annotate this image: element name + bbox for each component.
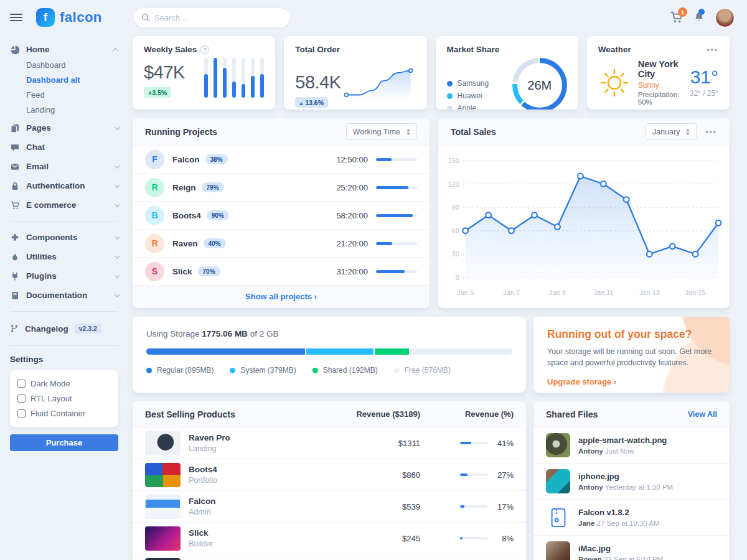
legend-dot	[230, 368, 235, 373]
search-input[interactable]	[154, 13, 279, 22]
project-avatar: B	[145, 206, 164, 225]
weather-precipitation: Precipitation: 50%	[638, 91, 682, 106]
file-thumbnail	[546, 541, 570, 560]
file-item[interactable]: iMac.jpg Rowen 23 Sep at 6:10 PM	[533, 535, 730, 560]
running-projects-card: Running Projects Working Time F Falcon 3…	[133, 118, 430, 308]
fluid-container-checkbox[interactable]	[17, 409, 26, 418]
product-row[interactable]	[133, 554, 526, 560]
project-row[interactable]: B Boots4 90% 58:20:00	[133, 202, 430, 230]
product-row[interactable]: Raven Pro Landing $1311 41%	[133, 427, 526, 459]
sidebar-home-submenu: Dashboard Dashboard alt Feed Landing	[10, 59, 118, 118]
shared-files-card: Shared Files View All apple-smart-watch.…	[533, 401, 730, 560]
ellipsis-menu-icon[interactable]: •••	[705, 128, 717, 136]
product-pct: 17%	[494, 502, 514, 511]
search-icon	[141, 13, 150, 22]
revenue-column-header: Revenue ($3189)	[345, 409, 420, 419]
rtl-layout-checkbox[interactable]	[17, 394, 26, 403]
project-row[interactable]: F Falcon 38% 12:50:00	[133, 146, 430, 174]
upgrade-storage-link[interactable]: Upgrade storage ›	[547, 377, 616, 386]
avatar[interactable]	[715, 8, 735, 27]
version-badge: v2.3.2	[75, 324, 101, 334]
hamburger-menu-icon[interactable]	[10, 14, 22, 21]
changelog-label: Changelog	[25, 324, 68, 334]
ecommerce-cart-icon	[10, 201, 20, 210]
sidebar-item-home[interactable]: Home	[10, 40, 118, 59]
sidebar-item-documentation[interactable]: Documentation	[10, 286, 118, 305]
sidebar-item-utilities[interactable]: Utilities	[10, 247, 118, 266]
sidebar-subitem-dashboard[interactable]: Dashboard	[26, 60, 118, 70]
product-thumbnail	[145, 558, 181, 560]
sidebar-item-ecommerce[interactable]: E commerce	[10, 195, 118, 215]
project-row[interactable]: S Slick 70% 31:20:00	[133, 258, 430, 286]
project-row[interactable]: R Raven 40% 21:20:00	[133, 230, 430, 258]
file-item[interactable]: apple-smart-watch.png Antony Just Now	[533, 427, 730, 463]
sidebar-item-pages[interactable]: Pages	[10, 118, 118, 138]
weekly-sales-card: Weekly Sales ? $47K +3.5%	[133, 36, 275, 110]
brand-logo[interactable]: f falcon	[36, 8, 102, 27]
storage-usage-text: Using Storage 1775.06 MB of 2 GB	[146, 329, 512, 338]
sidebar-subitem-landing[interactable]: Landing	[26, 105, 118, 114]
sidebar-item-chat[interactable]: Chat	[10, 138, 118, 157]
sidebar-subitem-feed[interactable]: Feed	[26, 90, 118, 100]
file-item[interactable]: Falcon v1.8.2 Jane 27 Sep at 10:30 AM	[533, 499, 730, 535]
product-category-link[interactable]: Portfolio	[189, 476, 217, 485]
sidebar-item-authentication[interactable]: Authentication	[10, 176, 118, 195]
product-row[interactable]: Falcon Admin $539 17%	[133, 491, 526, 523]
sidebar-item-label: Utilities	[26, 252, 108, 261]
storage-segment	[375, 348, 409, 355]
market-share-donut-chart: 26M	[512, 58, 567, 110]
storage-legend: Regular (895MB) System (379MB) Shared (1…	[146, 366, 512, 375]
total-sales-card: Total Sales January ••• 0306090120150Jan…	[438, 118, 730, 308]
components-icon	[10, 233, 20, 242]
sidebar-item-label: Email	[26, 162, 108, 171]
market-share-title: Market Share	[447, 45, 500, 54]
total-sales-title: Total Sales	[451, 127, 496, 137]
sidebar-item-label: Home	[26, 45, 108, 54]
purchase-button[interactable]: Purchase	[10, 434, 118, 451]
ellipsis-menu-icon[interactable]: •••	[707, 45, 718, 54]
sidebar-item-email[interactable]: Email	[10, 157, 118, 176]
legend-dot	[447, 93, 453, 99]
product-row[interactable]: Slick Builder $245 8%	[133, 523, 526, 554]
file-zip-icon	[546, 505, 570, 530]
show-all-projects-link[interactable]: Show all projects ›	[245, 292, 317, 301]
notification-bell-icon[interactable]	[693, 11, 705, 24]
help-icon[interactable]: ?	[200, 45, 209, 54]
total-order-card: Total Order 58.4K 13.6%	[284, 36, 426, 110]
project-progress-badge: 70%	[198, 266, 220, 276]
view-all-link[interactable]: View All	[688, 410, 717, 419]
sidebar-divider	[10, 221, 118, 222]
sidebar-item-changelog[interactable]: Changelog v2.3.2	[10, 318, 118, 339]
product-category-link[interactable]: Admin	[189, 508, 216, 516]
rtl-layout-toggle[interactable]: RTL Layout	[17, 394, 111, 403]
search-box[interactable]	[133, 7, 291, 28]
product-pct: 8%	[494, 534, 514, 543]
project-avatar: R	[145, 178, 164, 197]
dark-mode-toggle[interactable]: Dark Mode	[17, 379, 111, 388]
product-thumbnail	[145, 495, 181, 519]
product-row[interactable]: Boots4 Portfolio $860 27%	[133, 459, 526, 491]
file-item[interactable]: iphone.jpg Antony Yesterday at 1:30 PM	[533, 463, 730, 499]
sort-icon	[406, 129, 410, 135]
svg-text:Jan 7: Jan 7	[503, 289, 520, 296]
product-category-link[interactable]: Landing	[189, 444, 230, 453]
cart-icon[interactable]: 1	[670, 11, 683, 24]
chevron-down-icon	[115, 253, 120, 258]
project-row[interactable]: R Reign 79% 25:20:00	[133, 174, 430, 202]
sidebar-item-plugins[interactable]: Plugins	[10, 266, 118, 286]
month-select[interactable]: January	[646, 123, 697, 140]
progress-bar	[376, 158, 417, 161]
fluid-container-toggle[interactable]: Fluid Container	[17, 409, 111, 418]
sidebar-subitem-dashboard-alt[interactable]: Dashboard alt	[26, 75, 118, 85]
sidebar-item-components[interactable]: Components	[10, 228, 118, 247]
svg-text:Jan 11: Jan 11	[593, 289, 613, 296]
dark-mode-checkbox[interactable]	[17, 380, 26, 388]
product-category-link[interactable]: Builder	[189, 539, 213, 548]
total-order-value: 58.4K	[295, 73, 341, 93]
file-list: apple-smart-watch.png Antony Just Now ip…	[533, 427, 730, 560]
product-pct: 27%	[494, 470, 514, 480]
sidebar-item-label: Components	[26, 233, 108, 242]
working-time-select[interactable]: Working Time	[346, 123, 417, 140]
storage-segment	[306, 348, 374, 355]
chart-pie-icon	[10, 45, 20, 54]
